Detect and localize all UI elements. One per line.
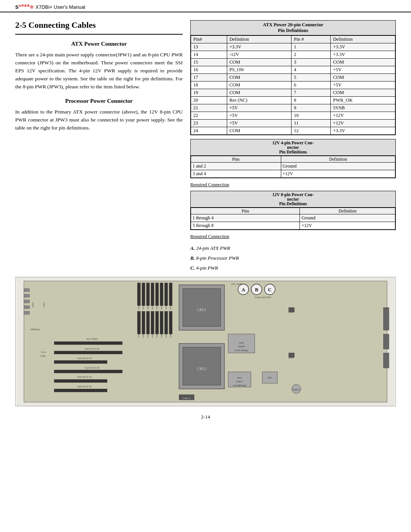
svg-text:FAN2: FAN2	[289, 312, 294, 314]
svg-text:DIMM 2C (Bank2): DIMM 2C (Bank2)	[142, 323, 144, 338]
col-header-definition2: Definition	[331, 36, 395, 43]
atx-table-header: ATX Power 20-pin Connector Pin Definitio…	[191, 21, 395, 35]
table-row: 22+5V10+12V	[191, 112, 395, 120]
svg-text:Slot6 PCI-E X4: Slot6 PCI-E X4	[77, 386, 92, 388]
svg-text:24-Pin ATX PWR: 24-Pin ATX PWR	[255, 296, 271, 299]
table-row: 23+5V11+12V	[191, 120, 395, 127]
svg-text:DIMM 4A (Bank4): DIMM 4A (Bank4)	[151, 295, 153, 310]
atx-body-text: There are a 24-pin main power supply con…	[15, 51, 183, 91]
section-number: 2-5	[15, 20, 26, 30]
pin8-table: Pins Definition 1 through 4Ground5 throu…	[191, 208, 395, 230]
atx-pin-table: Pin# Definition Pin # Definition 13+3.3V…	[191, 35, 395, 135]
svg-text:SMBus: SMBus	[32, 302, 34, 308]
header-model: X7DBi+ User's Manual	[35, 4, 85, 10]
svg-text:Slot5 PCI-E X4: Slot5 PCI-E X4	[77, 376, 92, 379]
svg-rect-69	[54, 370, 122, 373]
pin4-required: Required Connection	[190, 182, 396, 188]
svg-rect-2	[24, 289, 30, 292]
svg-text:Battery: Battery	[293, 389, 300, 391]
section-title: 2-5 Connecting Cables	[15, 20, 183, 35]
svg-text:DIMM 4D (Bank4): DIMM 4D (Bank4)	[138, 295, 140, 310]
svg-text:Slot1 SMLE: Slot1 SMLE	[86, 338, 98, 340]
left-column: 2-5 Connecting Cables ATX Power Connecto…	[15, 13, 183, 273]
table-row: 18COM6+5V	[191, 81, 395, 89]
pin8-col-pins: Pins	[191, 208, 300, 214]
svg-rect-71	[54, 380, 107, 383]
col-header-pin-hash: Pin #	[292, 36, 331, 43]
svg-text:DIMM 2D (Bank2): DIMM 2D (Bank2)	[138, 323, 140, 338]
table-row: 24COM12+3.3V	[191, 127, 395, 135]
page-header: SUPER® X7DBi+ User's Manual	[0, 0, 411, 13]
atx-power-table-wrapper: ATX Power 20-pin Connector Pin Definitio…	[190, 20, 396, 135]
table-row: 14-12V2+3.3V	[191, 51, 395, 59]
table-row: 1 through 4Ground	[191, 214, 395, 222]
svg-text:DIMM 2B (Bank2): DIMM 2B (Bank2)	[147, 323, 149, 338]
svg-rect-80	[383, 308, 389, 331]
svg-rect-67	[54, 361, 107, 364]
svg-text:DIMM 2A (Bank2): DIMM 2A (Bank2)	[151, 323, 153, 338]
table-row: 3 and 4+12V	[191, 170, 395, 178]
table-row: 21+5V95VSB	[191, 104, 395, 112]
svg-rect-65	[54, 351, 122, 354]
col-header-pin-num: Pin#	[191, 36, 227, 43]
svg-text:CPU1: CPU1	[197, 308, 206, 312]
pin4-table: Pins Definition 1 and 2Ground3 and 4+12V	[191, 156, 395, 178]
svg-text:SMBus: SMBus	[43, 302, 45, 308]
svg-text:Intel: Intel	[237, 377, 242, 380]
page-footer: 2-14	[0, 410, 411, 424]
pin4-col-pins: Pins	[191, 156, 281, 163]
right-column: ATX Power 20-pin Connector Pin Definitio…	[190, 13, 396, 273]
svg-text:Intel: Intel	[239, 341, 244, 344]
svg-rect-5	[24, 306, 30, 309]
svg-text:Slot2 PCI-E X8: Slot2 PCI-E X8	[85, 348, 99, 350]
svg-text:SUPER®X7DBi+: SUPER®X7DBi+	[56, 341, 76, 344]
svg-rect-4	[24, 300, 30, 303]
table-row: 20Res (NC)8PWR_OK	[191, 97, 395, 104]
svg-rect-82	[383, 353, 389, 368]
svg-text:Slot3 PCI-E X4: Slot3 PCI-E X4	[77, 357, 92, 359]
col-header-definition1: Definition	[227, 36, 292, 43]
svg-text:DIMM 4C (Bank4): DIMM 4C (Bank4)	[142, 295, 144, 310]
pin8-table-header: 12V 8-pin Power Con- nector Pin Definiti…	[191, 191, 395, 208]
svg-text:CTRL: CTRL	[40, 355, 46, 357]
svg-rect-3	[24, 294, 30, 297]
svg-text:CPU_FAN1: CPU_FAN1	[231, 283, 242, 285]
svg-text:DIMM 3A (Bank3): DIMM 3A (Bank3)	[170, 295, 172, 310]
bottom-area: DIMM 4D (Bank4) DIMM 4C (Bank4) DIMM 4B …	[0, 277, 411, 406]
svg-text:KB/Mouse: KB/Mouse	[31, 329, 40, 331]
atx-section-title: ATX Power Connector	[15, 41, 183, 47]
svg-text:5000P: 5000P	[238, 345, 245, 348]
table-row: 13+3.3V1+3.3V	[191, 43, 395, 51]
section-heading: Connecting Cables	[29, 20, 96, 30]
pin4-col-def: Definition	[281, 156, 395, 163]
svg-text:DIMM 1C (Bank1): DIMM 1C (Bank1)	[161, 323, 162, 338]
svg-text:DIMM 3D (Bank3): DIMM 3D (Bank3)	[156, 295, 158, 310]
svg-text:A: A	[242, 287, 245, 292]
svg-text:ESB 2: ESB 2	[236, 380, 243, 383]
svg-rect-81	[383, 334, 389, 349]
label-c: C. 4-pin PWR	[190, 263, 396, 273]
svg-rect-6	[24, 312, 30, 315]
table-row: 15COM3COM	[191, 59, 395, 66]
svg-text:DIMM 1B (Bank1): DIMM 1B (Bank1)	[165, 323, 167, 338]
pin8-col-def: Definition	[300, 208, 395, 214]
svg-text:FAN3: FAN3	[289, 357, 294, 359]
svg-text:DIMM 3B (Bank3): DIMM 3B (Bank3)	[165, 295, 167, 310]
page-number: 2-14	[201, 414, 210, 420]
svg-text:North Bridge: North Bridge	[234, 349, 249, 352]
brand-name: SUPER®	[15, 4, 34, 10]
svg-text:VGA: VGA	[41, 351, 46, 353]
svg-text:C: C	[268, 287, 271, 292]
table-row: 1 and 2Ground	[191, 163, 395, 170]
svg-text:CPU2: CPU2	[197, 367, 206, 371]
motherboard-diagram: DIMM 4D (Bank4) DIMM 4C (Bank4) DIMM 4B …	[15, 277, 396, 406]
svg-text:DIMM 4B (Bank4): DIMM 4B (Bank4)	[147, 295, 149, 310]
label-b: B. 8-pin Processor PWR	[190, 253, 396, 263]
pin4-table-wrapper: 12V 4-pin Power Con- nector Pin Definiti…	[190, 139, 396, 178]
motherboard-svg: DIMM 4D (Bank4) DIMM 4C (Bank4) DIMM 4B …	[16, 277, 395, 406]
table-row: 17COM5COM	[191, 74, 395, 81]
pin8-required: Required Connection	[190, 234, 396, 240]
processor-section-title: Processor Power Connector	[15, 98, 183, 104]
svg-text:Slot4 PCI-E X8: Slot4 PCI-E X8	[85, 367, 99, 369]
pin8-table-wrapper: 12V 8-pin Power Con- nector Pin Definiti…	[190, 191, 396, 230]
